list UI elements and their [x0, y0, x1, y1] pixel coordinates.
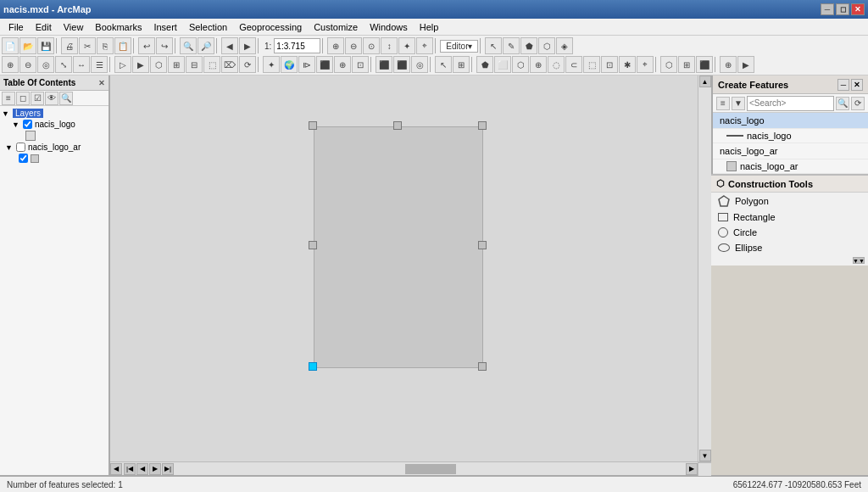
sel-handle-bc[interactable] — [478, 362, 487, 371]
toc-search-view[interactable]: 🔍 — [59, 92, 73, 105]
tb2-28[interactable]: ⬡ — [512, 56, 529, 73]
toc-sel-view[interactable]: ☑ — [31, 92, 44, 105]
paste-button[interactable]: 📋 — [114, 37, 131, 54]
tb2-10[interactable]: ⊞ — [168, 56, 185, 73]
tb2-1[interactable]: ⊕ — [2, 56, 19, 73]
tb2-36[interactable]: ⬡ — [660, 56, 677, 73]
menu-edit[interactable]: Edit — [31, 20, 57, 34]
tb2-34[interactable]: ✱ — [619, 56, 636, 73]
hscroll-left[interactable]: ◀ — [110, 463, 122, 475]
tb2-30[interactable]: ◌ — [548, 56, 565, 73]
tb-btn-b[interactable]: ⊖ — [345, 37, 362, 54]
print-button[interactable]: 🖨 — [61, 37, 78, 54]
tb-btn-f[interactable]: ⌖ — [416, 37, 433, 54]
tb2-16[interactable]: 🌍 — [281, 56, 298, 73]
toc-expand-nacis-logo-ar[interactable]: ▼ — [5, 143, 14, 152]
tb2-7[interactable]: ▷ — [114, 56, 131, 73]
tb2-6[interactable]: ☰ — [91, 56, 108, 73]
toc-nacis-logo-ar-sub[interactable] — [0, 153, 108, 164]
save-button[interactable]: 💾 — [37, 37, 54, 54]
tb-edit-1[interactable]: ↖ — [485, 37, 502, 54]
menu-bookmarks[interactable]: Bookmarks — [90, 20, 147, 34]
tb2-18[interactable]: ⬛ — [316, 56, 333, 73]
open-button[interactable]: 📂 — [19, 37, 36, 54]
tool-ellipse[interactable]: Ellipse — [711, 240, 868, 255]
tb-edit-3[interactable]: ⬟ — [520, 37, 537, 54]
tb-btn-e[interactable]: ✦ — [398, 37, 415, 54]
sel-handle-ml[interactable] — [309, 241, 317, 249]
tb2-21[interactable]: ⬛ — [376, 56, 392, 73]
tool-polygon[interactable]: Polygon — [711, 193, 868, 210]
sel-handle-tc[interactable] — [393, 121, 402, 130]
expand-btn[interactable]: ▼▼ — [853, 257, 865, 264]
sel-handle-tl[interactable] — [309, 121, 317, 130]
tb2-24[interactable]: ↖ — [435, 56, 452, 73]
refresh-btn[interactable]: ⟳ — [851, 97, 865, 110]
new-button[interactable]: 📄 — [2, 37, 19, 54]
tb2-15[interactable]: ✦ — [263, 56, 280, 73]
tb2-4[interactable]: ⤡ — [55, 56, 72, 73]
page-btn-2[interactable]: ◀ — [136, 463, 148, 475]
menu-geoprocessing[interactable]: Geoprocessing — [234, 20, 307, 34]
sel-handle-mr[interactable] — [478, 241, 487, 249]
tb-edit-4[interactable]: ⬡ — [538, 37, 555, 54]
tb2-26[interactable]: ⬟ — [476, 56, 493, 73]
tool-circle[interactable]: Circle — [711, 225, 868, 240]
tb2-22[interactable]: ⬛ — [393, 56, 410, 73]
tb2-23[interactable]: ◎ — [411, 56, 428, 73]
toc-source-view[interactable]: ◻ — [16, 92, 30, 105]
arrow-fwd[interactable]: ▶ — [239, 37, 256, 54]
restore-button[interactable]: ◻ — [836, 3, 849, 15]
toc-vis-view[interactable]: 👁 — [45, 92, 58, 105]
menu-view[interactable]: View — [58, 20, 89, 34]
feature-nacis-logo-line[interactable]: nacis_logo — [713, 129, 868, 143]
feature-nacis-logo[interactable]: nacis_logo — [713, 113, 868, 129]
tb2-2[interactable]: ⊖ — [19, 56, 36, 73]
undo-button[interactable]: ↩ — [138, 37, 155, 54]
panel-minimize-btn[interactable]: ─ — [837, 79, 849, 91]
tool-rectangle[interactable]: Rectangle — [711, 210, 868, 225]
tb-btn-c[interactable]: ⊙ — [363, 37, 380, 54]
feature-nacis-logo-ar-sub[interactable]: nacis_logo_ar — [713, 159, 868, 174]
toc-layers-group[interactable]: ▼ Layers — [0, 108, 108, 119]
filter-btn[interactable]: ▼ — [732, 97, 745, 110]
tb2-5[interactable]: ↔ — [73, 56, 90, 73]
toc-nacis-logo[interactable]: ▼ nacis_logo — [0, 119, 108, 130]
tb2-39[interactable]: ⊕ — [720, 56, 737, 73]
tb2-25[interactable]: ⊞ — [453, 56, 470, 73]
tb2-35[interactable]: ⌖ — [637, 56, 654, 73]
tb2-13[interactable]: ⌦ — [221, 56, 238, 73]
menu-customize[interactable]: Customize — [309, 20, 363, 34]
page-btn-3[interactable]: ▶ — [149, 463, 161, 475]
toc-expand-layers[interactable]: ▼ — [2, 109, 10, 118]
vscroll-up[interactable]: ▲ — [699, 75, 711, 87]
menu-selection[interactable]: Selection — [184, 20, 232, 34]
map-area[interactable] — [110, 75, 698, 461]
tb2-32[interactable]: ⬚ — [583, 56, 600, 73]
tb-edit-2[interactable]: ✎ — [503, 37, 520, 54]
toc-close-button[interactable]: ✕ — [98, 79, 105, 87]
page-btn-4[interactable]: ▶| — [162, 463, 174, 475]
organizer-btn[interactable]: ≡ — [716, 97, 730, 110]
tb2-11[interactable]: ⊟ — [186, 56, 203, 73]
toc-nacis-logo-ar[interactable]: ▼ nacis_logo_ar — [0, 142, 108, 153]
tb2-20[interactable]: ⊡ — [352, 56, 369, 73]
tb2-17[interactable]: ⧐ — [298, 56, 315, 73]
arrow-back[interactable]: ◀ — [221, 37, 238, 54]
zoom-out-btn[interactable]: 🔎 — [198, 37, 214, 54]
tb2-33[interactable]: ⊡ — [601, 56, 618, 73]
toc-expand-nacis-logo[interactable]: ▼ — [12, 120, 20, 129]
toc-checkbox-nacis-logo[interactable] — [23, 120, 32, 129]
tb2-38[interactable]: ⬛ — [696, 56, 713, 73]
hscroll-thumb[interactable] — [405, 464, 456, 474]
tb2-14[interactable]: ⟳ — [239, 56, 256, 73]
menu-windows[interactable]: Windows — [364, 20, 413, 34]
tb-edit-5[interactable]: ◈ — [556, 37, 573, 54]
search-go-btn[interactable]: 🔍 — [836, 97, 849, 110]
scale-input[interactable] — [274, 38, 320, 53]
map-vscroll[interactable]: ▲ ▼ — [698, 75, 711, 461]
tb2-37[interactable]: ⊞ — [678, 56, 695, 73]
feature-nacis-logo-ar[interactable]: nacis_logo_ar — [713, 143, 868, 159]
page-btn-1[interactable]: |◀ — [124, 463, 136, 475]
minimize-button[interactable]: ─ — [821, 3, 834, 15]
